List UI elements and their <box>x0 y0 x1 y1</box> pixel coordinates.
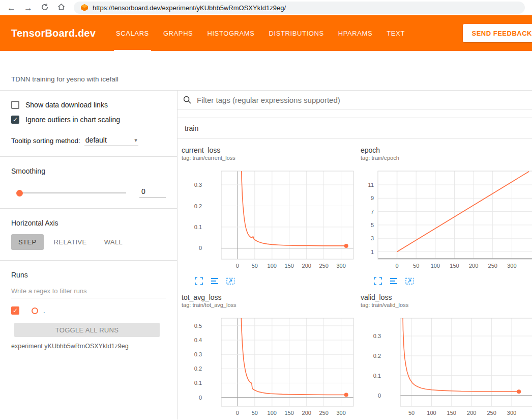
home-icon[interactable] <box>57 3 66 13</box>
fullscreen-icon[interactable] <box>374 277 382 285</box>
refresh-icon[interactable] <box>41 3 49 13</box>
smoothing-heading: Smoothing <box>11 167 166 175</box>
fit-domain-icon[interactable] <box>405 277 414 285</box>
train-section-header[interactable]: train <box>178 118 532 139</box>
run-checkbox[interactable]: ✓ <box>11 306 19 315</box>
svg-text:50: 50 <box>252 263 258 269</box>
settings-sidebar: Show data download links ✓ Ignore outlie… <box>0 91 178 419</box>
svg-text:200: 200 <box>469 263 478 269</box>
svg-text:0.1: 0.1 <box>194 380 202 386</box>
experiment-id-text: experiment yKUbhb5wRmOSXYkId1z9eg <box>11 343 166 350</box>
chart-tag: tag: train/tot_avg_loss <box>182 302 358 308</box>
runs-heading: Runs <box>11 271 166 279</box>
chart-card-valid_loss: valid_losstag: train/valid_loss501001502… <box>361 293 532 419</box>
svg-text:50: 50 <box>408 410 415 416</box>
axis-wall-button[interactable]: WALL <box>97 234 130 250</box>
runs-filter-input[interactable] <box>11 287 166 298</box>
svg-text:0.4: 0.4 <box>194 337 202 343</box>
svg-text:0: 0 <box>236 263 239 269</box>
svg-text:100: 100 <box>268 410 277 416</box>
line-chart-current_loss[interactable]: 05010015020025030000.10.20.3 <box>182 163 358 271</box>
tag-filter-row <box>178 91 532 109</box>
tag-filter-input[interactable] <box>197 96 532 104</box>
toggle-all-runs-button[interactable]: TOGGLE ALL RUNS <box>14 323 160 337</box>
ignore-outliers-label: Ignore outliers in chart scaling <box>25 116 120 124</box>
svg-text:50: 50 <box>413 263 419 269</box>
tab-scalars[interactable]: SCALARS <box>109 15 156 51</box>
svg-text:200: 200 <box>467 410 476 416</box>
axis-step-button[interactable]: STEP <box>11 234 44 250</box>
line-chart-valid_loss[interactable]: 5010015020025030000.10.20.3 <box>361 310 532 418</box>
tooltip-sorting-value: default <box>85 136 107 144</box>
chart-title: tot_avg_loss <box>182 293 358 301</box>
experiment-title: TDNN training for yesno with icefall <box>11 75 532 83</box>
tab-histograms[interactable]: HISTOGRAMS <box>200 15 261 51</box>
svg-text:11: 11 <box>368 182 374 188</box>
chart-toolbar <box>182 277 358 285</box>
forward-icon[interactable]: → <box>24 4 33 12</box>
slider-track[interactable] <box>16 192 126 193</box>
svg-text:0.2: 0.2 <box>373 353 381 359</box>
svg-text:0.1: 0.1 <box>373 373 381 379</box>
svg-text:0.2: 0.2 <box>194 366 202 372</box>
fit-domain-icon[interactable] <box>226 277 235 285</box>
search-icon <box>183 95 192 104</box>
svg-text:150: 150 <box>285 410 294 416</box>
line-chart-epoch[interactable]: 0501001502002503001357911 <box>361 163 532 271</box>
svg-text:300: 300 <box>507 263 516 269</box>
ignore-outliers-row[interactable]: ✓ Ignore outliers in chart scaling <box>11 116 166 124</box>
svg-text:3: 3 <box>371 235 374 241</box>
line-chart-tot_avg_loss[interactable]: 05010015020025030000.10.20.30.40.5 <box>182 310 358 418</box>
chart-card-tot_avg_loss: tot_avg_losstag: train/tot_avg_loss05010… <box>182 293 358 419</box>
slider-thumb[interactable] <box>16 190 23 197</box>
run-selector-icon[interactable] <box>211 277 219 285</box>
tooltip-sorting-row: Tooltip sorting method: default ▾ <box>11 136 166 146</box>
axis-button-group: STEP RELATIVE WALL <box>11 234 166 250</box>
svg-text:300: 300 <box>336 263 345 269</box>
train-section-card: train current_losstag: train/current_los… <box>178 118 532 419</box>
experiment-strip: TDNN training for yesno with icefall <box>0 51 532 91</box>
tab-graphs[interactable]: GRAPHS <box>156 15 200 51</box>
app-logo: TensorBoard.dev <box>0 27 96 39</box>
send-feedback-button[interactable]: SEND FEEDBACK <box>463 24 532 42</box>
svg-text:0.3: 0.3 <box>373 333 381 339</box>
run-selector-icon[interactable] <box>390 277 398 285</box>
tooltip-sorting-label: Tooltip sorting method: <box>11 137 80 146</box>
charts-grid: current_losstag: train/current_loss05010… <box>178 139 532 419</box>
chart-title: current_loss <box>182 146 358 154</box>
svg-text:200: 200 <box>302 410 311 416</box>
tab-text[interactable]: TEXT <box>379 15 412 51</box>
show-download-links-checkbox[interactable] <box>11 101 19 109</box>
svg-text:300: 300 <box>507 410 516 416</box>
svg-text:0: 0 <box>396 263 399 269</box>
svg-text:100: 100 <box>431 263 440 269</box>
chart-tag: tag: train/current_loss <box>182 155 358 161</box>
back-icon[interactable]: ← <box>7 4 16 12</box>
smoothing-slider[interactable] <box>16 189 126 197</box>
svg-text:100: 100 <box>268 263 277 269</box>
show-download-links-row[interactable]: Show data download links <box>11 101 166 109</box>
tab-hparams[interactable]: HPARAMS <box>331 15 380 51</box>
tab-distributions[interactable]: DISTRIBUTIONS <box>262 15 331 51</box>
ignore-outliers-checkbox[interactable]: ✓ <box>11 116 19 124</box>
chart-title: valid_loss <box>361 293 532 301</box>
chart-card-epoch: epochtag: train/epoch0501001502002503001… <box>361 146 532 285</box>
svg-text:5: 5 <box>371 222 374 228</box>
axis-relative-button[interactable]: RELATIVE <box>47 234 94 250</box>
svg-text:200: 200 <box>302 263 311 269</box>
svg-text:0.2: 0.2 <box>194 203 202 209</box>
svg-text:250: 250 <box>488 263 497 269</box>
tooltip-sorting-select[interactable]: default ▾ <box>84 136 138 146</box>
fullscreen-icon[interactable] <box>195 277 203 285</box>
run-row[interactable]: ✓ . <box>11 306 166 315</box>
app-header: TensorBoard.dev SCALARS GRAPHS HISTOGRAM… <box>0 15 532 51</box>
smoothing-value-input[interactable]: 0 <box>139 187 166 198</box>
svg-text:250: 250 <box>487 410 496 416</box>
show-download-links-label: Show data download links <box>25 101 108 109</box>
chart-tag: tag: train/valid_loss <box>361 302 532 308</box>
site-favicon <box>81 4 88 11</box>
chevron-down-icon: ▾ <box>134 137 137 144</box>
svg-text:150: 150 <box>285 263 294 269</box>
address-bar[interactable]: https://tensorboard.dev/experiment/yKUbh… <box>74 2 525 14</box>
svg-text:0.3: 0.3 <box>194 351 202 357</box>
